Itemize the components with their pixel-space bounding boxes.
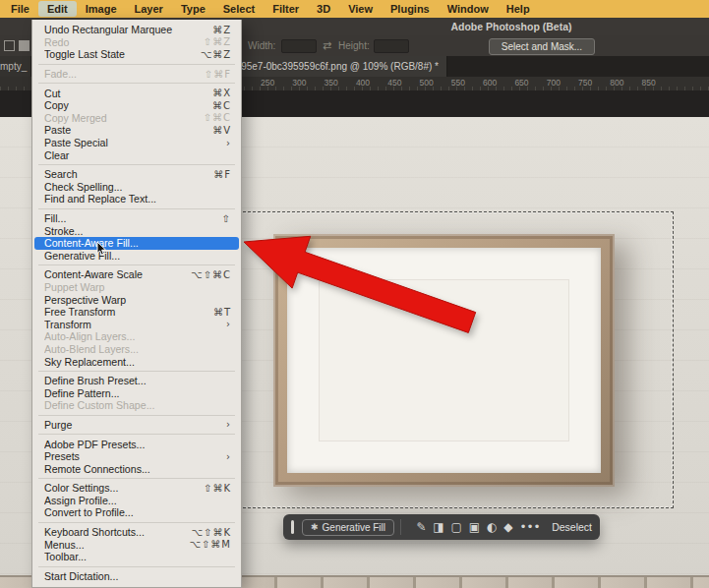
menu-item-fade: Fade...⇧⌘F xyxy=(34,68,239,81)
width-input[interactable] xyxy=(281,39,317,53)
menubar-item-filter[interactable]: Filter xyxy=(264,1,308,17)
menu-item-clear[interactable]: Clear xyxy=(34,148,239,161)
menu-item-stroke[interactable]: Stroke... xyxy=(34,224,239,237)
menu-item-shortcut: ⌘V xyxy=(212,125,231,136)
menubar-item-edit[interactable]: Edit xyxy=(38,1,77,17)
menu-item-menus[interactable]: Menus...⌥⇧⌘M xyxy=(34,538,239,551)
menu-item-label: Define Custom Shape... xyxy=(44,399,231,411)
menu-item-label: Adobe PDF Presets... xyxy=(44,439,231,450)
menu-item-copy[interactable]: Copy⌘C xyxy=(34,99,239,112)
menu-item-label: Generative Fill... xyxy=(44,250,231,262)
menu-item-label: Fade... xyxy=(44,68,205,80)
feather-icon[interactable]: ◆ xyxy=(503,521,512,533)
menu-item-shortcut: ⌥⇧⌘K xyxy=(192,527,231,538)
height-input[interactable] xyxy=(374,39,409,53)
menu-item-paste-special[interactable]: Paste Special› xyxy=(34,137,239,149)
menu-item-cut[interactable]: Cut⌘X xyxy=(34,87,239,99)
marquee-add-selection-icon[interactable] xyxy=(19,40,30,51)
marquee-new-selection-icon[interactable] xyxy=(4,40,15,51)
menubar-item-3d[interactable]: 3D xyxy=(308,1,339,17)
menu-item-label: Auto-Align Layers... xyxy=(44,330,231,342)
menu-item-toggle-last-state[interactable]: Toggle Last State⌥⌘Z xyxy=(34,48,239,61)
menu-item-content-aware-fill[interactable]: Content-Aware Fill... xyxy=(34,237,239,250)
menu-item-assign-profile[interactable]: Assign Profile... xyxy=(34,495,239,507)
menu-separator xyxy=(38,371,235,372)
menu-item-color-settings[interactable]: Color Settings...⇧⌘K xyxy=(34,482,239,495)
menubar-item-layer[interactable]: Layer xyxy=(126,1,172,17)
brush-icon[interactable]: ✎ xyxy=(416,521,426,533)
menu-item-label: Copy Merged xyxy=(44,112,204,124)
more-options-icon[interactable]: ••• xyxy=(519,521,540,533)
ruler-label-800: 800 xyxy=(610,78,623,88)
menubar-item-plugins[interactable]: Plugins xyxy=(382,1,439,17)
menu-item-label: Content-Aware Scale xyxy=(44,268,191,280)
select-subject-icon[interactable]: ◨ xyxy=(433,521,443,533)
menu-item-transform[interactable]: Transform› xyxy=(34,318,239,330)
menu-item-label: Start Dictation... xyxy=(44,570,231,582)
menu-item-label: Cut xyxy=(44,88,212,99)
menu-item-keyboard-shortcuts[interactable]: Keyboard Shortcuts...⌥⇧⌘K xyxy=(34,526,239,539)
menu-item-puppet-warp: Puppet Warp xyxy=(34,281,239,294)
menu-item-define-brush-preset[interactable]: Define Brush Preset... xyxy=(34,375,239,387)
generative-fill-button[interactable]: ✱ Generative Fill xyxy=(302,519,394,536)
menu-separator xyxy=(38,522,235,523)
menu-item-label: Menus... xyxy=(44,539,189,551)
menu-item-toolbar[interactable]: Toolbar... xyxy=(34,551,239,563)
menu-item-check-spelling[interactable]: Check Spelling... xyxy=(34,181,239,194)
menu-item-label: Define Brush Preset... xyxy=(44,375,231,386)
submenu-arrow-icon: › xyxy=(226,419,231,430)
menu-item-define-pattern[interactable]: Define Pattern... xyxy=(34,386,239,399)
menu-separator xyxy=(38,164,235,165)
menu-item-label: Paste Special xyxy=(44,137,226,148)
menubar-item-type[interactable]: Type xyxy=(172,1,214,17)
menu-item-shortcut: ⇧⌘C xyxy=(204,112,231,123)
menu-item-search[interactable]: Search⌘F xyxy=(34,168,239,181)
mask-icon[interactable]: ▣ xyxy=(469,521,480,533)
menubar-item-help[interactable]: Help xyxy=(498,1,539,17)
transform-icon[interactable]: ▢ xyxy=(451,521,462,533)
menu-item-find-and-replace-text[interactable]: Find and Replace Text... xyxy=(34,193,239,206)
menubar-item-image[interactable]: Image xyxy=(77,1,126,17)
menu-separator xyxy=(38,265,235,265)
menu-item-purge[interactable]: Purge› xyxy=(34,419,239,432)
edit-menu-dropdown: Undo Rectangular Marquee⌘ZRedo⇧⌘ZToggle … xyxy=(31,20,242,588)
menu-item-label: Paste xyxy=(44,124,212,136)
menu-item-sky-replacement[interactable]: Sky Replacement... xyxy=(34,355,239,368)
menu-item-label: Sky Replacement... xyxy=(44,356,231,368)
menu-item-generative-fill[interactable]: Generative Fill... xyxy=(34,250,239,263)
menu-item-perspective-warp[interactable]: Perspective Warp xyxy=(34,293,239,306)
menu-item-undo-rectangular-marquee[interactable]: Undo Rectangular Marquee⌘Z xyxy=(34,24,239,36)
menu-item-shortcut: ⌘T xyxy=(213,307,231,318)
ruler-label-400: 400 xyxy=(356,78,370,88)
menubar-item-view[interactable]: View xyxy=(339,1,382,17)
menu-item-label: Auto-Blend Layers... xyxy=(44,343,231,355)
menu-item-label: Redo xyxy=(44,36,204,48)
sparkle-icon: ✱ xyxy=(311,522,319,532)
menubar-item-window[interactable]: Window xyxy=(439,1,498,17)
menu-item-shortcut: ⌥⇧⌘C xyxy=(191,269,231,280)
select-and-mask-button[interactable]: Select and Mask... xyxy=(489,38,595,55)
taskbar-divider xyxy=(400,519,401,535)
menu-item-convert-to-profile[interactable]: Convert to Profile... xyxy=(34,506,239,519)
menu-item-start-dictation[interactable]: Start Dictation... xyxy=(34,570,239,583)
menu-item-remote-connections[interactable]: Remote Connections... xyxy=(34,462,239,475)
marquee-selection[interactable] xyxy=(233,211,674,508)
menu-item-adobe-pdf-presets[interactable]: Adobe PDF Presets... xyxy=(34,438,239,450)
adjustments-icon[interactable]: ◐ xyxy=(487,521,497,533)
swap-dimensions-icon[interactable]: ⇄ xyxy=(323,39,331,52)
menu-item-fill[interactable]: Fill...⇧ xyxy=(34,212,239,225)
taskbar-grip-handle[interactable] xyxy=(291,520,294,534)
ruler-label-650: 650 xyxy=(514,78,528,88)
menu-item-label: Purge xyxy=(44,419,226,431)
tab-inactive-document[interactable]: mpty_ xyxy=(0,56,30,77)
menu-item-label: Color Settings... xyxy=(44,482,204,494)
menu-separator xyxy=(38,415,235,416)
menubar-item-select[interactable]: Select xyxy=(214,1,264,17)
deselect-button[interactable]: Deselect xyxy=(550,521,592,533)
menubar-item-file[interactable]: File xyxy=(2,1,38,17)
menu-item-free-transform[interactable]: Free Transform⌘T xyxy=(34,306,239,319)
menu-item-paste[interactable]: Paste⌘V xyxy=(34,124,239,137)
menu-item-presets[interactable]: Presets› xyxy=(34,450,239,463)
menu-item-label: Presets xyxy=(44,450,226,462)
menu-item-content-aware-scale[interactable]: Content-Aware Scale⌥⇧⌘C xyxy=(34,268,239,281)
